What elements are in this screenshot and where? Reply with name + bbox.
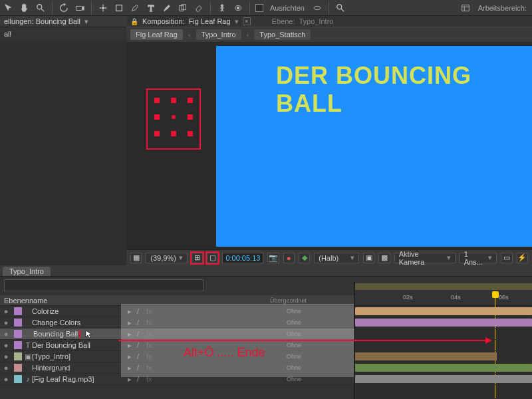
layer-name[interactable]: Bouncing Ball xyxy=(32,330,125,338)
parent-dropdown[interactable]: Ohne xyxy=(287,331,301,337)
crumb-root[interactable]: Fig Leaf Rag xyxy=(130,29,183,40)
track-row[interactable] xyxy=(355,306,532,317)
grid-toggle-icon[interactable]: ▢ xyxy=(207,253,218,263)
search-icon[interactable] xyxy=(334,2,346,14)
parent-dropdown[interactable]: Ohne xyxy=(287,376,301,382)
label-color[interactable] xyxy=(14,375,22,383)
channel-icon[interactable]: ● xyxy=(283,253,295,263)
puppet-tool-icon[interactable] xyxy=(216,2,228,14)
transparency-grid-icon[interactable]: ▩ xyxy=(378,253,390,263)
camera-select[interactable]: Aktive Kamera ▾ xyxy=(394,253,456,263)
layer-name[interactable]: [Typo_Intro] xyxy=(32,352,125,360)
snap-mode-icon[interactable] xyxy=(311,2,323,14)
camera-tool-icon[interactable] xyxy=(74,2,86,14)
composition-viewer[interactable]: DER BOUNCING BALL xyxy=(126,42,532,249)
timeline-tab[interactable]: Typo_Intro xyxy=(3,267,51,276)
tab-caret-icon[interactable]: ▾ xyxy=(235,17,239,26)
parent-dropdown[interactable]: Ohne xyxy=(287,308,301,315)
pen-tool-icon[interactable] xyxy=(129,2,141,14)
track-row[interactable] xyxy=(355,351,532,362)
close-tab-button[interactable]: × xyxy=(243,17,251,25)
layer-bar[interactable] xyxy=(355,352,497,360)
time-ruler[interactable]: 02s 04s 06s xyxy=(355,282,532,306)
layer-switches[interactable]: ▸/fx xyxy=(125,307,358,315)
label-color[interactable] xyxy=(14,307,22,315)
layer-switches[interactable]: ▸/fx xyxy=(125,319,358,327)
layer-bar[interactable] xyxy=(355,364,532,372)
lock-icon[interactable]: 🔒 xyxy=(130,18,138,25)
roi-icon[interactable]: ▣ xyxy=(363,253,374,263)
layer-name[interactable]: [Fig Leaf Rag.mp3] xyxy=(32,375,125,383)
snapshot-icon[interactable]: 📷 xyxy=(267,253,279,263)
visibility-toggle[interactable]: ● xyxy=(0,319,12,327)
type-tool-icon[interactable] xyxy=(145,2,157,14)
views-select[interactable]: 1 Ans... ▾ xyxy=(460,253,497,263)
layer-name[interactable]: Der Bouncing Ball xyxy=(32,341,125,349)
layer-bar[interactable] xyxy=(355,319,532,327)
visibility-toggle[interactable]: ● xyxy=(0,352,12,360)
text-layer-title[interactable]: DER BOUNCING BALL xyxy=(276,62,532,118)
layer-switches[interactable]: ▸/fx xyxy=(125,364,358,372)
label-color[interactable] xyxy=(14,319,22,327)
track-row[interactable] xyxy=(355,317,532,329)
layer-bar[interactable] xyxy=(355,375,532,383)
parent-dropdown[interactable]: Ohne xyxy=(287,353,301,360)
track-row[interactable] xyxy=(355,374,532,385)
track-row[interactable] xyxy=(355,329,532,340)
clone-tool-icon[interactable] xyxy=(177,2,189,14)
label-color[interactable] xyxy=(14,364,22,372)
resolution-select[interactable]: (Halb) ▾ xyxy=(314,253,359,263)
zoom-select[interactable]: (39,9%) ▾ xyxy=(146,253,188,263)
track-row[interactable] xyxy=(355,340,532,351)
workspace-icon[interactable] xyxy=(460,2,471,14)
playhead-icon[interactable] xyxy=(492,291,499,298)
rotate-tool-icon[interactable] xyxy=(58,2,70,14)
track-row[interactable] xyxy=(355,362,532,374)
shape-tool-icon[interactable] xyxy=(113,2,125,14)
layer-bar[interactable] xyxy=(355,307,532,315)
layer-name[interactable]: Hintergrund xyxy=(32,364,125,372)
effects-panel-tab[interactable]: ellungen: Bouncing Ball ▾ xyxy=(0,16,126,27)
chevron-left-icon: ‹ xyxy=(188,31,191,39)
visibility-toggle[interactable]: ● xyxy=(0,330,12,338)
zoom-tool-icon[interactable] xyxy=(35,2,47,14)
label-color[interactable] xyxy=(14,330,22,338)
work-area-bar[interactable] xyxy=(355,283,532,290)
timecode-display[interactable]: 0:00:05:13 xyxy=(222,253,263,263)
visibility-toggle[interactable]: ● xyxy=(0,307,12,315)
color-mgmt-icon[interactable]: ◆ xyxy=(299,253,310,263)
visibility-toggle[interactable]: ● xyxy=(0,341,12,349)
layer-switches[interactable]: ▸/fx xyxy=(125,375,358,383)
workspace-label: Arbeitsbereich: xyxy=(478,4,527,12)
parent-dropdown[interactable]: Ohne xyxy=(287,319,301,326)
visibility-toggle[interactable]: ● xyxy=(0,375,12,383)
eraser-tool-icon[interactable] xyxy=(193,2,205,14)
parent-dropdown[interactable]: Ohne xyxy=(287,342,301,348)
pixel-aspect-icon[interactable]: ▭ xyxy=(501,253,512,263)
timeline-panel: Typo_Intro ⇆ ✲ ◩ ▤ ▨ ◐ ☁ 📈 Ebenenname Üb… xyxy=(0,265,532,399)
parent-dropdown[interactable]: Ohne xyxy=(287,364,301,371)
hand-tool-icon[interactable] xyxy=(19,2,31,14)
selection-handles[interactable] xyxy=(154,98,193,139)
comp-canvas[interactable]: DER BOUNCING BALL xyxy=(216,46,532,247)
roto-tool-icon[interactable] xyxy=(232,2,244,14)
column-layer-name[interactable]: Ebenenname xyxy=(0,297,120,305)
layer-switches[interactable]: ▸/fx xyxy=(125,330,358,338)
brush-tool-icon[interactable] xyxy=(161,2,173,14)
snap-checkbox[interactable] xyxy=(255,4,263,12)
layer-name[interactable]: Change Colors xyxy=(32,319,125,327)
crumb-2[interactable]: Typo_Statisch xyxy=(254,29,311,40)
chevron-down-icon[interactable]: ▾ xyxy=(84,17,88,26)
anchor-tool-icon[interactable] xyxy=(97,2,109,14)
selection-tool-icon[interactable] xyxy=(3,2,15,14)
column-parent[interactable]: Übergeordnet xyxy=(270,297,307,304)
label-color[interactable] xyxy=(14,341,22,349)
crumb-1[interactable]: Typo_Intro xyxy=(196,29,241,40)
visibility-toggle[interactable]: ● xyxy=(0,364,12,372)
alpha-toggle-icon[interactable]: ▦ xyxy=(130,253,142,263)
safe-zones-icon[interactable]: ⊞ xyxy=(192,253,203,263)
layer-name[interactable]: Colorize xyxy=(32,307,125,315)
fast-preview-icon[interactable]: ⚡ xyxy=(517,253,528,263)
label-color[interactable] xyxy=(14,352,22,360)
layer-search-input[interactable] xyxy=(4,279,203,291)
